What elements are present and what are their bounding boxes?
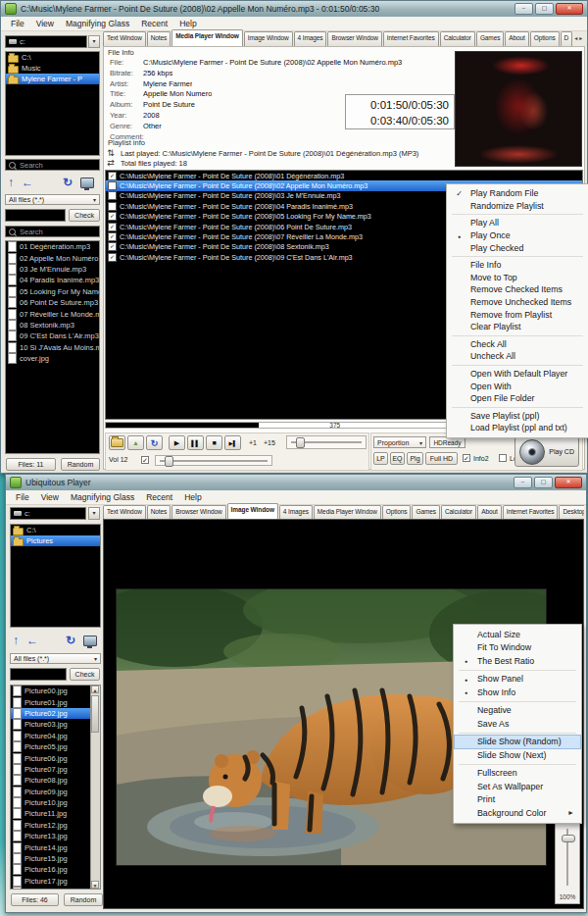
menu-item-magnifying-glass[interactable]: Magnifying Glass: [60, 18, 135, 29]
refresh-icon[interactable]: [63, 176, 73, 189]
filetype-dropdown[interactable]: All files (*.*)▾: [10, 653, 101, 664]
tab-image-window[interactable]: Image Window: [244, 31, 293, 46]
search-input[interactable]: Search: [5, 159, 100, 171]
loop-checkbox[interactable]: [499, 454, 507, 462]
tab-browser-window[interactable]: Browser Window: [327, 31, 381, 46]
tab-media-player-window[interactable]: Media Player Window: [172, 29, 243, 46]
titlebar[interactable]: Ubiquitous Player – ▢ ✕: [6, 475, 586, 490]
file-item-picture01-jpg[interactable]: Picture01.jpg: [11, 696, 100, 707]
context-menu-item-remove-from-playlist[interactable]: Remove from Playlist: [448, 308, 587, 321]
file-item-picture05-jpg[interactable]: Picture05.jpg: [11, 741, 100, 752]
file-item-picture00-jpg[interactable]: Picture00.jpg: [11, 686, 100, 696]
context-menu-item-move-to-top[interactable]: Move to Top: [448, 272, 587, 284]
context-menu-item-randomize-playlist[interactable]: Randomize Playlist: [448, 200, 587, 213]
tab-calculator[interactable]: Calculator: [441, 505, 476, 520]
file-item-08-sextonik-mp3[interactable]: 08 Sextonik.mp3: [6, 320, 99, 331]
tree-item-c[interactable]: C:\: [11, 525, 100, 535]
tree-item-mylene-farmer-p[interactable]: Mylene Farmer - P: [6, 74, 99, 84]
file-item-picture07-jpg[interactable]: Picture07.jpg: [11, 764, 100, 775]
context-menu-item-play-checked[interactable]: Play Checked: [448, 241, 587, 254]
context-menu-item-play-once[interactable]: Play Once: [448, 229, 587, 242]
context-menu-item-save-as[interactable]: Save As: [455, 717, 580, 731]
search-input-2[interactable]: Search: [5, 226, 100, 237]
tab-scroll-right-icon[interactable]: [578, 34, 583, 41]
plg-button[interactable]: Plg: [407, 452, 423, 465]
minimize-button[interactable]: –: [514, 477, 532, 488]
maximize-button[interactable]: ▢: [535, 3, 554, 15]
proportion-dropdown[interactable]: Proportion▾: [373, 436, 426, 448]
playlist-checkbox[interactable]: [108, 191, 117, 200]
context-menu-item-actual-size[interactable]: Actual Size: [455, 628, 580, 641]
tab-internet-favorites[interactable]: Internet Favorites: [503, 505, 559, 520]
reload-button[interactable]: [146, 435, 163, 450]
tab-text-window[interactable]: Text Window: [103, 31, 146, 46]
context-menu-item-print[interactable]: Print: [455, 793, 580, 807]
scroll-down-icon[interactable]: ▼: [91, 881, 99, 889]
file-item-picture03-jpg[interactable]: Picture03.jpg: [11, 719, 100, 730]
tab-4-images[interactable]: 4 Images: [294, 31, 327, 46]
file-item-02-appelle-mon-num-ro-mp3[interactable]: 02 Appelle Mon Numéro.mp3: [6, 252, 99, 263]
file-item-picture14-jpg[interactable]: Picture14.jpg: [11, 841, 100, 852]
close-button[interactable]: ✕: [556, 3, 583, 15]
full-hd-button[interactable]: Full HD: [425, 452, 458, 465]
menu-item-help[interactable]: Help: [173, 18, 202, 29]
back-arrow-icon[interactable]: [26, 634, 38, 647]
playlist-checkbox[interactable]: [108, 212, 117, 221]
mask-input[interactable]: [5, 209, 66, 222]
random-button[interactable]: Random: [61, 458, 100, 471]
random-button[interactable]: Random: [64, 893, 103, 906]
tab-games[interactable]: Games: [476, 31, 504, 46]
playlist-checkbox[interactable]: [108, 181, 117, 190]
tab-d[interactable]: D: [561, 31, 573, 46]
context-menu-item-fit-to-window[interactable]: Fit To Window: [455, 641, 580, 655]
tab-options[interactable]: Options: [530, 31, 560, 46]
drive-selector[interactable]: c:: [5, 35, 87, 48]
seek-slider[interactable]: [286, 435, 367, 449]
context-menu-item-background-color[interactable]: Background Color: [455, 806, 580, 820]
file-item-picture16-jpg[interactable]: Picture16.jpg: [11, 864, 100, 875]
file-item-picture09-jpg[interactable]: Picture09.jpg: [11, 787, 100, 797]
context-menu-item-open-with-default-player[interactable]: Open With Default Player: [448, 368, 587, 381]
tab-notes[interactable]: Notes: [147, 31, 171, 46]
stop-button[interactable]: [206, 435, 222, 450]
menu-item-view[interactable]: View: [35, 491, 65, 503]
refresh-icon[interactable]: [66, 634, 75, 647]
file-item-picture12-jpg[interactable]: Picture12.jpg: [11, 820, 100, 831]
sort-button[interactable]: [127, 435, 144, 450]
scroll-up-icon[interactable]: ▲: [91, 686, 99, 693]
file-item-picture08-jpg[interactable]: Picture08.jpg: [11, 775, 100, 786]
maximize-button[interactable]: ▢: [534, 477, 553, 488]
context-menu-item-check-all[interactable]: Check All: [448, 338, 587, 351]
context-menu-item-slide-show-next[interactable]: Slide Show (Next): [455, 748, 580, 762]
files-count-button[interactable]: Files: 11: [6, 458, 56, 471]
mask-input[interactable]: [10, 668, 67, 681]
playlist-checkbox[interactable]: [108, 232, 117, 241]
menu-item-view[interactable]: View: [30, 18, 60, 29]
scrollbar[interactable]: ▲ ▼: [90, 686, 100, 889]
file-item-04-paradis-inanim-mp3[interactable]: 04 Paradis Inanimé.mp3: [6, 275, 99, 285]
playlist-item[interactable]: C:\Music\Mylene Farmer - Point De Suture…: [106, 171, 582, 180]
slider-thumb[interactable]: [296, 437, 305, 448]
playlist-checkbox[interactable]: [108, 172, 117, 180]
info2-checkbox[interactable]: [463, 454, 470, 462]
file-item-cover-jpg[interactable]: cover.jpg: [6, 353, 99, 364]
drive-dropdown-arrow[interactable]: ▾: [88, 507, 100, 520]
playlist-checkbox[interactable]: [108, 223, 117, 231]
close-button[interactable]: ✕: [555, 477, 582, 488]
tab-calculator[interactable]: Calculator: [440, 31, 475, 46]
volume-checkbox[interactable]: [141, 456, 149, 464]
menu-item-recent[interactable]: Recent: [140, 491, 178, 503]
file-item-picture17-jpg[interactable]: Picture17.jpg: [11, 876, 100, 887]
play-button[interactable]: [169, 435, 185, 450]
context-menu-item-save-playlist-ppl[interactable]: Save Playlist (ppl): [448, 410, 587, 423]
file-item-picture18-jpg[interactable]: Picture18.jpg: [11, 887, 100, 890]
slider-thumb[interactable]: [165, 456, 173, 467]
context-menu-item-open-with[interactable]: Open With: [448, 380, 587, 392]
skip-forward-label[interactable]: +15: [264, 439, 275, 446]
context-menu-item-set-as-wallpaper[interactable]: Set As Wallpaper: [455, 780, 580, 793]
file-item-picture02-jpg[interactable]: Picture02.jpg: [11, 708, 100, 719]
playlist-checkbox[interactable]: [108, 253, 117, 262]
file-item-09-c-est-dans-l-air-mp3[interactable]: 09 C'Est Dans L'Air.mp3: [6, 331, 99, 341]
tab-browser-window[interactable]: Browser Window: [172, 505, 225, 520]
context-menu-item-play-random-file[interactable]: Play Random File: [448, 187, 587, 200]
